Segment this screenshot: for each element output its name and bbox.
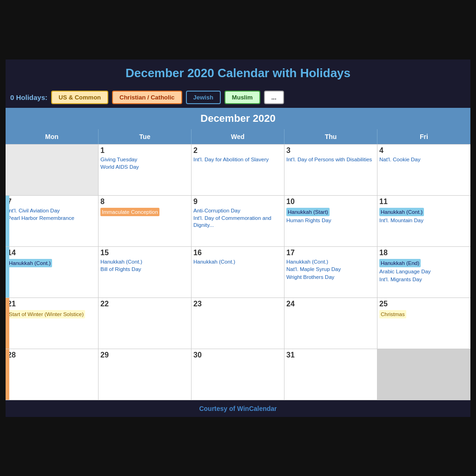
date-number: 29 [100,351,189,359]
date-number: 11 [379,198,469,206]
event-item: Anti-Corruption Day [193,207,282,214]
cal-cell: 14Hanukkah (Cont.) [6,247,99,298]
event-item: Int'l. Mountain Day [379,217,469,224]
month-header: December 2020 [6,108,470,129]
event-item: Hanukkah (Start) [286,208,330,216]
date-number: 8 [100,198,189,206]
cal-cell [377,349,470,400]
side-blue-indicator [6,247,9,298]
cal-cell: 17Hanukkah (Cont.)Nat'l. Maple Syrup Day… [284,247,377,298]
date-number: 9 [193,198,282,206]
event-item: Hanukkah (Cont.) [286,258,375,265]
cal-cell: 21Start of Winter (Winter Solstice) [6,298,99,349]
date-number: 7 [7,198,96,206]
day-header-tue: Tue [99,129,192,144]
event-item: Hanukkah (End) [379,259,421,267]
event-item: Pearl Harbor Remembrance [7,215,96,222]
cal-cell: 18Hanukkah (End)Arabic Language DayInt'l… [377,247,470,298]
cal-cell [6,145,99,196]
cal-cell: 1Giving TuesdayWorld AIDS Day [99,145,192,196]
event-item: Start of Winter (Winter Solstice) [7,310,85,318]
event-item: Int'l. Civil Aviation Day [7,207,96,214]
filter-bar: 0 Holidays: US & Common Christian / Cath… [6,87,470,108]
filter-muslim[interactable]: Muslim [225,91,260,104]
date-number: 25 [379,300,469,308]
event-item: Hanukkah (Cont.) [379,208,424,216]
date-number: 14 [7,249,96,257]
filter-jewish[interactable]: Jewish [186,91,221,104]
event-item: Bill of Rights Day [100,266,189,273]
date-number: 21 [7,300,96,308]
cal-cell: 25Christmas [377,298,470,349]
date-number: 1 [100,146,189,155]
cal-cell: 8Immaculate Conception [99,196,192,247]
event-item: Nat'l. Maple Syrup Day [286,266,375,273]
date-number: 10 [286,198,375,206]
cal-cell: 28 [6,349,99,400]
filter-label: 0 Holidays: [10,93,47,101]
cal-cell: 22 [99,298,192,349]
courtesy: Courtesy of WinCalendar [6,400,470,417]
date-number: 30 [193,351,282,359]
cal-cell: 10Hanukkah (Start)Human Rights Day [284,196,377,247]
filter-us-common[interactable]: US & Common [51,91,108,104]
event-item: Int'l. Migrants Day [379,276,469,283]
cal-cell: 16Hanukkah (Cont.) [192,247,284,298]
event-item: Wright Brothers Day [286,274,375,281]
event-item: Int'l. Day of Commemoration and Dignity.… [193,215,282,229]
date-number: 15 [100,249,189,257]
event-item: Christmas [379,310,406,318]
cal-cell: 31 [284,349,377,400]
cal-cell: 23 [192,298,284,349]
date-number: 28 [7,351,96,359]
event-item: Hanukkah (Cont.) [7,259,52,267]
page-title: December 2020 Calendar with Holidays [6,60,470,87]
date-number: 22 [100,300,189,308]
cal-cell: 4Nat'l. Cookie Day [377,145,470,196]
day-header-thu: Thu [284,129,377,144]
cal-cell: 2Int'l. Day for Abolition of Slavery [192,145,284,196]
event-item: Human Rights Day [286,217,375,224]
filter-other[interactable]: ... [264,91,284,104]
date-number: 2 [193,146,282,155]
date-number: 3 [286,146,375,155]
date-number: 31 [286,351,375,359]
event-item: Arabic Language Day [379,268,469,275]
side-orange-indicator [6,298,9,349]
cal-cell: 11Hanukkah (Cont.)Int'l. Mountain Day [377,196,470,247]
date-number: 16 [193,249,282,257]
cal-cell: 7Int'l. Civil Aviation DayPearl Harbor R… [6,196,99,247]
day-header-mon: Mon [6,129,99,144]
event-item: Giving Tuesday [100,156,189,163]
calendar-wrapper: December 2020 Calendar with Holidays 0 H… [6,60,470,417]
date-number: 17 [286,249,375,257]
cal-cell: 3Int'l. Day of Persons with Disabilities [284,145,377,196]
date-number: 24 [286,300,375,308]
cal-cell: 15Hanukkah (Cont.)Bill of Rights Day [99,247,192,298]
calendar-grid: 1Giving TuesdayWorld AIDS Day2Int'l. Day… [6,144,470,400]
day-header-fri: Fri [377,129,470,144]
day-headers: Mon Tue Wed Thu Fri [6,129,470,144]
date-number: 23 [193,300,282,308]
date-number: 4 [379,146,469,155]
date-number: 18 [379,249,469,257]
day-header-wed: Wed [192,129,284,144]
event-item: Int'l. Day of Persons with Disabilities [286,156,375,163]
cal-cell: 29 [99,349,192,400]
event-item: World AIDS Day [100,164,189,171]
event-item: Hanukkah (Cont.) [100,258,189,265]
event-item: Immaculate Conception [100,208,159,216]
event-item: Nat'l. Cookie Day [379,156,469,163]
cal-cell: 9Anti-Corruption DayInt'l. Day of Commem… [192,196,284,247]
filter-christian-catholic[interactable]: Christian / Catholic [112,91,182,104]
cal-cell: 30 [192,349,284,400]
event-item: Hanukkah (Cont.) [193,258,282,265]
cal-cell: 24 [284,298,377,349]
side-blue-indicator [6,196,9,246]
event-item: Int'l. Day for Abolition of Slavery [193,156,282,163]
side-orange-indicator [6,349,9,400]
